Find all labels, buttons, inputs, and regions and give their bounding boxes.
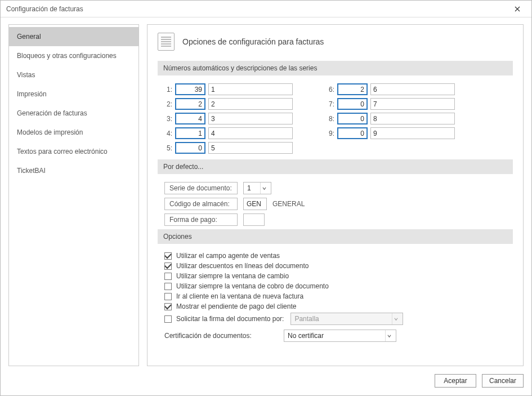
series-number-input-3[interactable] xyxy=(175,113,205,124)
sidebar-item-6[interactable]: Textos para correo electrónico xyxy=(9,142,138,161)
series-grid: 1:2:3:4:5: 6:7:8:9: xyxy=(158,83,513,154)
series-index-label: 5: xyxy=(164,144,172,152)
series-index-label: 9: xyxy=(327,130,334,137)
series-row-8: 8: xyxy=(327,113,455,124)
almacen-input[interactable] xyxy=(243,198,267,210)
series-desc-input-4[interactable] xyxy=(208,127,293,139)
firma-label: Solicitar la firma del documento por: xyxy=(176,315,284,323)
pago-label: Forma de pago: xyxy=(164,213,238,226)
options-block: Utilizar el campo agente de ventasUtiliz… xyxy=(158,252,513,342)
series-index-label: 2: xyxy=(164,100,172,108)
series-row-1: 1: xyxy=(164,83,293,95)
series-desc-input-8[interactable] xyxy=(370,113,455,124)
sidebar-item-0[interactable]: General xyxy=(9,27,138,46)
defaults-form: Serie de documento: 1 Código de almacén:… xyxy=(158,182,513,226)
close-icon xyxy=(515,6,520,12)
option-label: Ir al cliente en la ventana de nueva fac… xyxy=(176,292,303,300)
page-title: Opciones de configuración para facturas xyxy=(182,37,324,46)
sidebar-item-4[interactable]: Generación de facturas xyxy=(9,104,138,123)
section-defaults-header: Por defecto... xyxy=(158,159,513,174)
serie-select[interactable]: 1 xyxy=(243,182,271,194)
sidebar-item-2[interactable]: Vistas xyxy=(9,65,138,84)
almacen-label: Código de almacén: xyxy=(164,198,238,210)
option-row-5: Mostrar el pendiente de pago del cliente xyxy=(164,302,513,310)
series-row-4: 4: xyxy=(164,127,293,139)
serie-value: 1 xyxy=(247,184,251,192)
dialog-body: GeneralBloqueos y otras configuracionesV… xyxy=(1,17,531,371)
option-row-3: Utilizar siempre la ventana de cobro de … xyxy=(164,282,513,290)
firma-value: Pantalla xyxy=(294,315,319,323)
series-desc-input-6[interactable] xyxy=(370,83,455,95)
series-desc-input-9[interactable] xyxy=(370,127,455,139)
option-row-1: Utilizar descuentos en líneas del docume… xyxy=(164,262,513,270)
chevron-down-icon xyxy=(392,313,400,324)
titlebar: Configuración de facturas xyxy=(1,1,531,17)
checkbox[interactable] xyxy=(164,252,172,260)
document-icon xyxy=(158,33,175,51)
series-number-input-9[interactable] xyxy=(337,127,368,139)
cancel-button[interactable]: Cancelar xyxy=(482,374,524,388)
option-row-2: Utilizar siempre la ventana de cambio xyxy=(164,272,513,280)
sidebar-item-5[interactable]: Modelos de impresión xyxy=(9,123,138,142)
series-row-2: 2: xyxy=(164,98,293,110)
sidebar: GeneralBloqueos y otras configuracionesV… xyxy=(8,24,139,366)
option-row-0: Utilizar el campo agente de ventas xyxy=(164,252,513,260)
checkbox[interactable] xyxy=(164,303,172,310)
series-index-label: 3: xyxy=(164,115,172,123)
checkbox[interactable] xyxy=(164,262,172,270)
firma-select: Pantalla xyxy=(290,313,403,325)
series-row-3: 3: xyxy=(164,113,293,124)
series-row-9: 9: xyxy=(327,127,455,139)
cert-label: Certificación de documentos: xyxy=(164,332,277,340)
checkbox[interactable] xyxy=(164,273,172,280)
dialog-footer: Aceptar Cancelar xyxy=(1,371,531,395)
option-label: Utilizar siempre la ventana de cobro de … xyxy=(176,282,329,290)
series-row-5: 5: xyxy=(164,142,293,154)
option-label: Utilizar el campo agente de ventas xyxy=(176,252,280,260)
page-header: Opciones de configuración para facturas xyxy=(158,30,513,57)
series-desc-input-7[interactable] xyxy=(370,98,455,110)
cert-select[interactable]: No certificar xyxy=(284,330,396,342)
chevron-down-icon xyxy=(385,330,393,341)
series-index-label: 8: xyxy=(327,115,334,123)
series-index-label: 4: xyxy=(164,130,172,137)
series-number-input-6[interactable] xyxy=(337,83,368,95)
sidebar-item-7[interactable]: TicketBAI xyxy=(9,161,138,180)
series-desc-input-3[interactable] xyxy=(208,113,293,124)
series-index-label: 6: xyxy=(327,86,334,94)
series-desc-input-5[interactable] xyxy=(208,142,293,154)
checkbox[interactable] xyxy=(164,293,172,300)
close-button[interactable] xyxy=(508,3,527,15)
window-title: Configuración de facturas xyxy=(6,5,508,13)
series-number-input-7[interactable] xyxy=(337,98,368,110)
pago-input[interactable] xyxy=(243,213,265,226)
chevron-down-icon xyxy=(260,183,268,194)
series-number-input-5[interactable] xyxy=(175,142,205,154)
sidebar-item-1[interactable]: Bloqueos y otras configuraciones xyxy=(9,46,138,65)
section-options-header: Opciones xyxy=(158,229,513,244)
checkbox[interactable] xyxy=(164,315,172,323)
almacen-extra: GENERAL xyxy=(272,200,305,208)
serie-label: Serie de documento: xyxy=(164,182,238,194)
accept-button[interactable]: Aceptar xyxy=(435,374,476,388)
series-index-label: 7: xyxy=(327,100,334,108)
option-label: Utilizar siempre la ventana de cambio xyxy=(176,272,289,280)
series-number-input-8[interactable] xyxy=(337,113,368,124)
content-panel: Opciones de configuración para facturas … xyxy=(147,24,524,366)
series-number-input-4[interactable] xyxy=(175,127,205,139)
series-row-6: 6: xyxy=(327,83,455,95)
series-desc-input-2[interactable] xyxy=(208,98,293,110)
cert-row: Certificación de documentos:No certifica… xyxy=(164,330,513,342)
series-row-7: 7: xyxy=(327,98,455,110)
section-series-header: Números automáticos y descripciones de l… xyxy=(158,61,513,75)
option-row-4: Ir al cliente en la ventana de nueva fac… xyxy=(164,292,513,300)
sidebar-item-3[interactable]: Impresión xyxy=(9,84,138,104)
series-number-input-2[interactable] xyxy=(175,98,205,110)
option-label: Mostrar el pendiente de pago del cliente xyxy=(176,302,296,310)
series-desc-input-1[interactable] xyxy=(208,83,293,95)
option-row-firma: Solicitar la firma del documento por:Pan… xyxy=(164,313,513,325)
checkbox[interactable] xyxy=(164,283,172,290)
series-index-label: 1: xyxy=(164,86,172,94)
series-number-input-1[interactable] xyxy=(175,83,205,95)
option-label: Utilizar descuentos en líneas del docume… xyxy=(176,262,309,270)
